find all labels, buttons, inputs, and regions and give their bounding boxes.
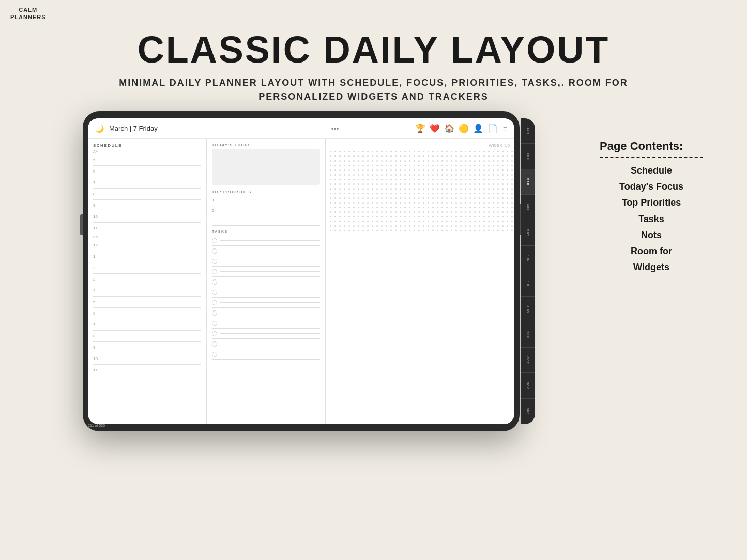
date-text: March | 7 Friday bbox=[109, 125, 158, 132]
tab-nov[interactable]: NOV bbox=[521, 373, 535, 398]
hamburger-icon[interactable]: ≡ bbox=[503, 125, 507, 133]
dashed-divider bbox=[600, 157, 703, 158]
tasks-header: TASKS bbox=[212, 230, 320, 234]
subtitle: MINIMAL DAILY PLANNER LAYOUT WITH SCHEDU… bbox=[0, 76, 747, 104]
week-label: WEEK 10 bbox=[330, 143, 510, 148]
subtitle-line1: MINIMAL DAILY PLANNER LAYOUT WITH SCHEDU… bbox=[0, 76, 747, 90]
time-row: 7 bbox=[93, 319, 201, 331]
task-row bbox=[212, 246, 320, 256]
moon-icon: 🌙 bbox=[95, 125, 104, 133]
tab-sep[interactable]: SEP bbox=[521, 322, 535, 348]
task-row bbox=[212, 277, 320, 287]
time-row: 5 bbox=[93, 154, 201, 166]
topbar-left: 🌙 March | 7 Friday bbox=[95, 125, 255, 133]
logo: CALM PLANNERS bbox=[10, 6, 46, 21]
topbar-icons: 🏆 ❤️ 🏠 🟡 👤 📄 bbox=[415, 123, 498, 133]
page-number: 211 of 530 bbox=[88, 424, 105, 424]
screen-topbar: 🌙 March | 7 Friday ••• 🏆 ❤️ 🏠 🟡 👤 📄 ≡ bbox=[88, 118, 514, 139]
time-row: 9 bbox=[93, 342, 201, 353]
tablet-device: 🌙 March | 7 Friday ••• 🏆 ❤️ 🏠 🟡 👤 📄 ≡ bbox=[83, 111, 520, 431]
task-checkbox[interactable] bbox=[212, 238, 217, 243]
list-item: Nots bbox=[600, 229, 703, 242]
priorities-header: TOP PRIORITIES bbox=[212, 190, 320, 194]
time-row: 6 bbox=[93, 308, 201, 319]
dot-grid bbox=[330, 151, 510, 231]
list-item: Schedule bbox=[600, 164, 703, 177]
trophy-icon: 🏆 bbox=[415, 123, 425, 133]
task-checkbox[interactable] bbox=[212, 341, 217, 347]
time-row: 1 bbox=[93, 251, 201, 262]
list-item: Tasks bbox=[600, 213, 703, 226]
task-row bbox=[212, 267, 320, 277]
task-checkbox[interactable] bbox=[212, 321, 217, 326]
focus-box[interactable] bbox=[212, 149, 320, 185]
task-row bbox=[212, 308, 320, 318]
task-checkbox[interactable] bbox=[212, 352, 217, 357]
time-row: 2 bbox=[93, 262, 201, 274]
tab-oct[interactable]: OCT bbox=[521, 348, 535, 373]
home-icon: 🏠 bbox=[444, 123, 454, 133]
contents-list: Schedule Today's Focus Top Priorities Ta… bbox=[600, 164, 703, 274]
time-row: 4 bbox=[93, 285, 201, 297]
priority-row-3: 3. bbox=[212, 216, 320, 226]
tab-jun[interactable]: JUN bbox=[521, 246, 535, 271]
logo-line2: PLANNERS bbox=[10, 14, 46, 20]
task-row bbox=[212, 287, 320, 298]
time-row: 9 bbox=[93, 200, 201, 211]
time-row: 8 bbox=[93, 189, 201, 200]
tablet-screen: 🌙 March | 7 Friday ••• 🏆 ❤️ 🏠 🟡 👤 📄 ≡ bbox=[88, 118, 514, 424]
time-row: 6 bbox=[93, 166, 201, 177]
time-row: 11 bbox=[93, 365, 201, 376]
schedule-header: SCHEDULE bbox=[93, 143, 201, 148]
task-row bbox=[212, 339, 320, 349]
person-icon: 👤 bbox=[473, 123, 483, 133]
schedule-column: SCHEDULE AM 5 6 7 8 9 10 11 PM 12 1 2 3 … bbox=[88, 139, 207, 424]
document-icon: 📄 bbox=[487, 123, 498, 133]
tab-mar[interactable]: MAR bbox=[521, 169, 535, 195]
task-checkbox[interactable] bbox=[212, 259, 217, 264]
tab-apr[interactable]: APR bbox=[521, 195, 535, 220]
task-checkbox[interactable] bbox=[212, 279, 217, 285]
tab-feb[interactable]: FEB bbox=[521, 144, 535, 169]
heart-icon: ❤️ bbox=[430, 123, 440, 133]
time-row: 12 bbox=[93, 240, 201, 251]
task-checkbox[interactable] bbox=[212, 331, 217, 336]
task-checkbox[interactable] bbox=[212, 300, 217, 305]
list-item: Widgets bbox=[600, 261, 703, 274]
task-checkbox[interactable] bbox=[212, 310, 217, 316]
list-item: Room for bbox=[600, 245, 703, 258]
time-row: 11 bbox=[93, 223, 201, 234]
task-checkbox[interactable] bbox=[212, 269, 217, 274]
tab-may[interactable]: MAY bbox=[521, 220, 535, 245]
pm-label: PM bbox=[93, 235, 201, 239]
month-tabs: JAN FEB MAR APR MAY JUN JUL AUG SEP OCT … bbox=[521, 118, 535, 424]
priority-row-1: 1. bbox=[212, 196, 320, 205]
tab-jan[interactable]: JAN bbox=[521, 118, 535, 144]
subtitle-line2: PERSONALIZED WIDGETS AND TRACKERS bbox=[0, 90, 747, 104]
tablet-body: 🌙 March | 7 Friday ••• 🏆 ❤️ 🏠 🟡 👤 📄 ≡ bbox=[83, 111, 520, 431]
tablet-button-left bbox=[80, 214, 83, 235]
priority-row-2: 2. bbox=[212, 206, 320, 215]
dots-menu: ••• bbox=[255, 125, 415, 133]
middle-column: TODAY'S FOCUS TOP PRIORITIES 1. 2. 3. TA… bbox=[207, 139, 326, 424]
task-row bbox=[212, 329, 320, 339]
task-row bbox=[212, 349, 320, 360]
task-row bbox=[212, 318, 320, 329]
task-checkbox[interactable] bbox=[212, 290, 217, 295]
time-row: 10 bbox=[93, 353, 201, 365]
circle-icon: 🟡 bbox=[459, 123, 469, 133]
task-row bbox=[212, 236, 320, 246]
focus-header: TODAY'S FOCUS bbox=[212, 143, 320, 147]
time-row: 8 bbox=[93, 331, 201, 342]
page-contents-title: Page Contents: bbox=[600, 139, 703, 153]
tab-aug[interactable]: AUG bbox=[521, 297, 535, 322]
notes-area[interactable]: WEEK 10 bbox=[326, 139, 514, 424]
logo-line1: CALM bbox=[19, 7, 37, 13]
tab-jul[interactable]: JUL bbox=[521, 271, 535, 297]
task-row bbox=[212, 298, 320, 308]
task-checkbox[interactable] bbox=[212, 248, 217, 254]
tab-dec[interactable]: DEC bbox=[521, 399, 535, 424]
page-contents-panel: Page Contents: Schedule Today's Focus To… bbox=[600, 139, 703, 277]
time-row: 3 bbox=[93, 274, 201, 285]
time-row: 7 bbox=[93, 177, 201, 189]
